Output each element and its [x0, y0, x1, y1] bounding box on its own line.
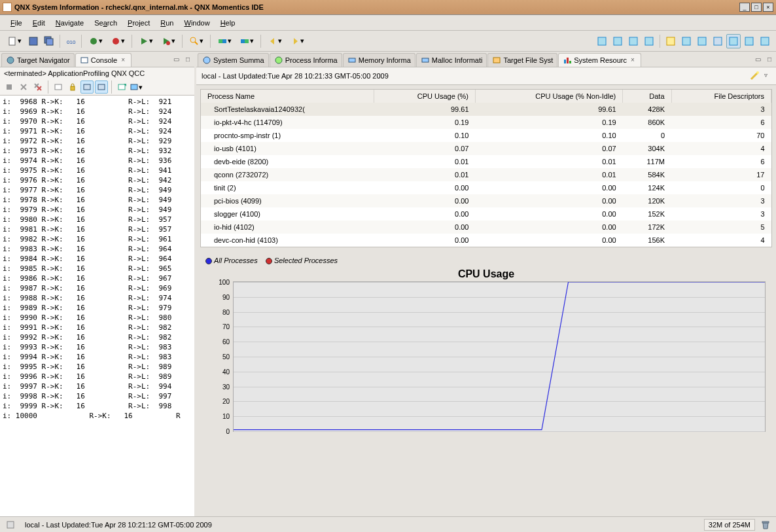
- pin-console-icon[interactable]: [80, 80, 94, 94]
- terminate-icon[interactable]: [3, 80, 16, 94]
- col-data[interactable]: Data: [623, 90, 671, 103]
- col-file-descriptors[interactable]: File Descriptors: [671, 90, 771, 103]
- table-row[interactable]: procnto-smp-instr (1)0.100.10070: [201, 129, 771, 142]
- perspective-4-icon[interactable]: [642, 34, 656, 48]
- perspective-2-icon[interactable]: [610, 34, 625, 48]
- tab-target-file-system[interactable]: Target File Syst: [487, 53, 557, 67]
- ytick-label: 100: [207, 279, 234, 286]
- toggle-mark-button[interactable]: ▾: [236, 34, 257, 48]
- tab-system-resources[interactable]: System Resourc×: [558, 53, 641, 67]
- tab-console[interactable]: Console ×: [75, 53, 132, 67]
- cell-cpu: 0.00: [374, 234, 475, 247]
- maximize-view-icon[interactable]: □: [764, 55, 775, 65]
- clear-icon[interactable]: [52, 80, 65, 94]
- remove-icon[interactable]: [17, 80, 30, 94]
- perspective-3-icon[interactable]: [626, 34, 641, 48]
- table-row[interactable]: io-usb (4101)0.070.07304K4: [201, 142, 771, 155]
- cell-cpu: 0.00: [374, 207, 475, 221]
- cell-cpu: 0.07: [374, 142, 475, 155]
- external-tools-button[interactable]: ▾: [107, 34, 128, 48]
- table-row[interactable]: SortTestelaskavaia1240932(99.6199.61428K…: [201, 103, 771, 116]
- menu-run[interactable]: Run: [155, 16, 179, 29]
- menu-window[interactable]: Window: [179, 16, 215, 29]
- table-row[interactable]: qconn (2732072)0.010.01584K17: [201, 168, 771, 181]
- console-header: <terminated> ApplicationProfiling QNX QC…: [0, 67, 194, 79]
- menu-navigate[interactable]: Navigate: [50, 16, 89, 29]
- profile-button[interactable]: ▾: [158, 34, 179, 48]
- svg-point-54: [756, 71, 759, 74]
- scroll-lock-icon[interactable]: [66, 80, 79, 94]
- perspective-6-icon[interactable]: [679, 34, 694, 48]
- forward-button[interactable]: ▾: [287, 34, 308, 48]
- tab-system-summary[interactable]: System Summa: [198, 53, 269, 67]
- trash-icon[interactable]: [760, 520, 771, 530]
- col-cpu-usage[interactable]: CPU Usage (%): [374, 90, 475, 103]
- debug-button[interactable]: ▾: [85, 34, 106, 48]
- cell-fd: 4: [671, 234, 771, 247]
- toggle-breakpoint-button[interactable]: ▾: [214, 34, 235, 48]
- run-button[interactable]: ▾: [135, 34, 156, 48]
- legend-dot-selected-icon: [266, 258, 272, 264]
- table-row[interactable]: io-pkt-v4-hc (114709)0.190.19860K6: [201, 116, 771, 129]
- back-button[interactable]: ▾: [264, 34, 285, 48]
- menu-edit[interactable]: Edit: [27, 16, 50, 29]
- view-menu-icon[interactable]: ▿: [760, 71, 771, 81]
- menu-help[interactable]: Help: [215, 16, 241, 29]
- save-all-button[interactable]: [42, 34, 56, 48]
- perspective-active-icon[interactable]: [726, 34, 741, 48]
- display-console-icon[interactable]: ▾: [130, 80, 143, 94]
- console-output[interactable]: i: 9968 R->K: 16 R->L: 921i: 9969 R->K: …: [0, 96, 194, 516]
- table-row[interactable]: devc-con-hid (4103)0.000.00156K4: [201, 234, 771, 247]
- save-button[interactable]: [26, 34, 41, 48]
- cell-fd: 4: [671, 142, 771, 155]
- close-button[interactable]: ×: [763, 3, 773, 12]
- main-toolbar: ▾ 010 ▾ ▾ ▾ ▾ ▾ ▾ ▾ ▾ ▾: [0, 31, 776, 52]
- minimize-button[interactable]: _: [739, 3, 750, 12]
- heap-status[interactable]: 32M of 254M: [704, 519, 755, 531]
- table-row[interactable]: io-hid (4102)0.000.00172K5: [201, 221, 771, 234]
- left-panel: Target Navigator Console × ▭ □ <terminat…: [0, 52, 196, 516]
- minimize-view-icon[interactable]: ▭: [171, 55, 181, 65]
- minimize-view-icon[interactable]: ▭: [752, 55, 763, 65]
- tab-target-navigator[interactable]: Target Navigator: [1, 53, 75, 67]
- svg-rect-20: [629, 37, 637, 45]
- close-icon[interactable]: ×: [629, 56, 637, 64]
- highlight-icon[interactable]: [749, 70, 760, 82]
- open-console-icon[interactable]: [115, 80, 128, 94]
- info-header: local - Last Updated:Tue Apr 28 10:21:33…: [196, 67, 776, 85]
- svg-rect-31: [7, 84, 12, 90]
- maximize-view-icon[interactable]: □: [183, 55, 193, 65]
- svg-rect-49: [493, 58, 500, 63]
- svg-rect-24: [698, 37, 706, 45]
- table-header-row: Process Name CPU Usage (%) CPU Usage (% …: [201, 90, 771, 103]
- perspective-9-icon[interactable]: [742, 34, 756, 48]
- table-row[interactable]: devb-eide (8200)0.010.01117M6: [201, 155, 771, 168]
- binary-icon[interactable]: 010: [63, 34, 78, 48]
- search-button[interactable]: ▾: [186, 34, 207, 48]
- tab-process-info[interactable]: Process Informa: [270, 53, 342, 67]
- tab-memory-info[interactable]: Memory Informa: [343, 53, 415, 67]
- perspective-5-icon[interactable]: [663, 34, 678, 48]
- menu-project[interactable]: Project: [122, 16, 155, 29]
- menu-file[interactable]: File: [5, 16, 27, 29]
- svg-rect-28: [761, 37, 769, 45]
- new-button[interactable]: ▾: [4, 34, 25, 48]
- perspective-10-icon[interactable]: [758, 34, 772, 48]
- table-row[interactable]: pci-bios (4099)0.000.00120K3: [201, 194, 771, 207]
- show-console-icon[interactable]: [95, 80, 108, 94]
- table-row[interactable]: slogger (4100)0.000.00152K3: [201, 207, 771, 221]
- perspective-1-icon[interactable]: [595, 34, 609, 48]
- perspective-7-icon[interactable]: [695, 34, 709, 48]
- maximize-button[interactable]: □: [751, 3, 762, 12]
- remove-all-icon[interactable]: [31, 80, 44, 94]
- ytick-label: 70: [207, 323, 234, 330]
- col-cpu-nonidle[interactable]: CPU Usage (% Non-Idle): [476, 90, 623, 103]
- menu-search[interactable]: Search: [89, 16, 122, 29]
- table-row[interactable]: tinit (2)0.000.00124K0: [201, 181, 771, 194]
- perspective-8-icon[interactable]: [711, 34, 725, 48]
- tab-malloc-info[interactable]: Malloc Informati: [416, 53, 487, 67]
- svg-rect-19: [614, 37, 622, 45]
- close-icon[interactable]: ×: [119, 56, 127, 64]
- console-line: i: 9981 R->K: 16 R->L: 957: [3, 224, 192, 234]
- col-process-name[interactable]: Process Name: [201, 90, 374, 103]
